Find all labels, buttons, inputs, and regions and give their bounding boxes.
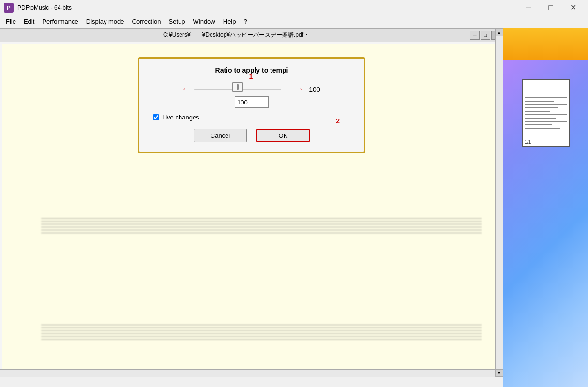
checkbox-row: Live changes bbox=[149, 114, 354, 121]
menu-performance[interactable]: Performance bbox=[38, 16, 82, 27]
slider-left-arrow-icon: ← bbox=[181, 84, 190, 94]
music-line-top bbox=[41, 208, 482, 242]
menu-window[interactable]: Window bbox=[189, 16, 219, 27]
right-panel: 1/1 bbox=[503, 28, 588, 387]
live-changes-checkbox[interactable] bbox=[153, 114, 159, 120]
right-panel-top-accent bbox=[503, 28, 588, 60]
main-layout: C:¥Users¥ ¥Desktop¥ハッピーバースデー楽譜.pdf・ ─ □ … bbox=[0, 28, 588, 387]
step-2-label: 2 bbox=[336, 117, 340, 125]
page-number: 1/1 bbox=[525, 139, 531, 145]
menu-question[interactable]: ? bbox=[240, 16, 251, 27]
close-button[interactable]: ✕ bbox=[562, 0, 584, 15]
minimize-button[interactable]: ─ bbox=[517, 0, 540, 15]
page-thumbnail[interactable]: 1/1 bbox=[522, 79, 570, 147]
inner-minimize-button[interactable]: ─ bbox=[470, 31, 480, 40]
menu-edit[interactable]: Edit bbox=[20, 16, 38, 27]
input-row bbox=[149, 96, 354, 108]
slider-right-arrow-icon: → bbox=[295, 84, 303, 94]
thumbnail-content bbox=[525, 95, 566, 131]
scroll-up-button[interactable]: ▲ bbox=[496, 29, 503, 36]
slider-wrapper[interactable] bbox=[194, 89, 291, 90]
step-1-label: 1 bbox=[249, 73, 253, 80]
slider-track[interactable] bbox=[194, 89, 281, 90]
slider-row: 1 ← → 100 bbox=[149, 84, 354, 94]
cancel-button[interactable]: Cancel bbox=[194, 129, 247, 142]
vertical-scrollbar[interactable]: ▲ ▼ bbox=[495, 29, 503, 377]
document-area: C:¥Users¥ ¥Desktop¥ハッピーバースデー楽譜.pdf・ ─ □ … bbox=[0, 28, 503, 387]
menu-setup[interactable]: Setup bbox=[165, 16, 189, 27]
app-icon: P bbox=[4, 3, 14, 13]
live-changes-label: Live changes bbox=[162, 114, 199, 121]
horizontal-scrollbar[interactable] bbox=[0, 369, 495, 377]
menu-correction[interactable]: Correction bbox=[128, 16, 165, 27]
document-path: C:¥Users¥ ¥Desktop¥ハッピーバースデー楽譜.pdf・ bbox=[2, 31, 470, 39]
maximize-button[interactable]: □ bbox=[540, 0, 562, 15]
music-line-bottom bbox=[41, 315, 482, 349]
ratio-dialog: Ratio to apply to tempi 1 ← → bbox=[138, 57, 365, 153]
window-controls: ─ □ ✕ bbox=[517, 0, 584, 15]
ok-button[interactable]: OK bbox=[256, 129, 310, 142]
menu-bar: File Edit Performance Display mode Corre… bbox=[0, 15, 588, 28]
menu-help[interactable]: Help bbox=[219, 16, 240, 27]
menu-display-mode[interactable]: Display mode bbox=[82, 16, 128, 27]
app-title: PDFtoMusic - 64-bits bbox=[17, 4, 517, 11]
dialog-buttons: 2 Cancel OK bbox=[149, 129, 354, 142]
inner-restore-button[interactable]: □ bbox=[481, 31, 490, 40]
inner-title-bar: C:¥Users¥ ¥Desktop¥ハッピーバースデー楽譜.pdf・ ─ □ … bbox=[0, 29, 503, 42]
title-bar: P PDFtoMusic - 64-bits ─ □ ✕ bbox=[0, 0, 588, 15]
menu-file[interactable]: File bbox=[2, 16, 20, 27]
tempo-input[interactable] bbox=[235, 96, 269, 108]
slider-thumb[interactable] bbox=[232, 82, 243, 92]
scroll-down-button[interactable]: ▼ bbox=[496, 369, 503, 377]
slider-value-display: 100 bbox=[307, 86, 322, 93]
